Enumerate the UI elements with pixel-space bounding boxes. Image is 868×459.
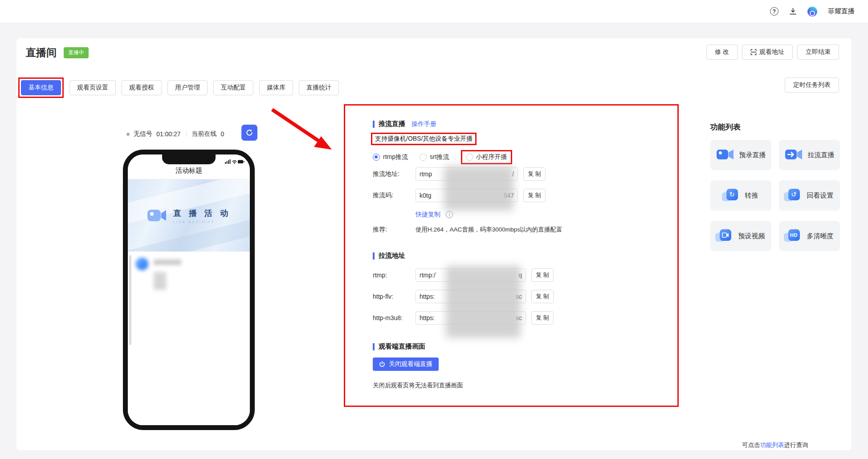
phone-screen: 活动标题 直 播 活 动 LIVE ACTIVITY xyxy=(128,154,250,425)
feature-card-prerecord[interactable]: 预录直播 xyxy=(710,140,771,170)
chat-avatar-blurred xyxy=(136,258,148,270)
tab-watch-page-settings[interactable]: 观看页设置 xyxy=(69,80,116,95)
blurred-secret-region xyxy=(444,166,513,211)
feature-card-multi-quality[interactable]: HD 多清晰度 xyxy=(779,221,840,251)
recommend-row: 推荐: 使用H.264，AAC音频，码率3000mbps以内的直播配置 xyxy=(373,226,562,234)
scheduled-tasks-label: 定时任务列表 xyxy=(793,81,831,89)
scheduled-tasks-button[interactable]: 定时任务列表 xyxy=(785,77,839,93)
pull-rtmp-label: rtmp: xyxy=(373,272,416,279)
tab-basic-info[interactable]: 基本信息 xyxy=(21,80,61,95)
online-label: 当前在线 xyxy=(192,130,217,138)
push-code-label: 推流码: xyxy=(373,191,416,199)
preset-video-icon xyxy=(717,229,734,243)
copy-push-code-button[interactable]: 复 制 xyxy=(523,189,546,202)
close-viewer-row: 关闭观看端直播 xyxy=(373,357,439,371)
forward-sync-icon: ↻ xyxy=(724,189,741,202)
tab-interaction-config[interactable]: 互动配置 xyxy=(213,80,253,95)
end-now-button[interactable]: 立即结束 xyxy=(797,45,839,60)
replay-icon: ↺ xyxy=(786,189,803,202)
chat-scrollbar[interactable] xyxy=(129,255,131,345)
copy-pull-flv-button[interactable]: 复 制 xyxy=(531,290,554,303)
refresh-icon xyxy=(245,129,253,137)
tab-live-statistics[interactable]: 直播统计 xyxy=(299,80,339,95)
tab-bar: 基本信息 观看页设置 观看授权 用户管理 互动配置 媒体库 直播统计 xyxy=(18,77,339,98)
push-url-prefix: rtmp xyxy=(420,171,432,178)
hd-icon: HD xyxy=(786,229,803,243)
blurred-secret-region xyxy=(446,266,521,338)
radio-srt-label: srt推流 xyxy=(430,153,449,161)
radio-rtmp-push[interactable]: rtmp推流 xyxy=(373,153,408,161)
radio-unselected-icon xyxy=(466,154,473,161)
help-icon[interactable]: ? xyxy=(770,7,778,16)
page-title: 直播间 xyxy=(26,46,57,60)
feature-label: 回看设置 xyxy=(807,191,834,200)
phone-preview: 活动标题 直 播 活 动 LIVE ACTIVITY xyxy=(123,150,255,430)
radio-srt-push[interactable]: srt推流 xyxy=(420,153,449,161)
feature-card-pull-live[interactable]: 拉流直播 xyxy=(779,140,840,170)
pull-m3u8-prefix: https: xyxy=(420,314,435,321)
section-bar xyxy=(373,343,375,350)
live-status-badge: 直播中 xyxy=(64,47,89,58)
pull-section-title: 拉流地址 xyxy=(379,252,405,260)
stream-status-line: 无信号 01:00:27 当前在线 0 xyxy=(126,130,224,138)
close-viewer-note: 关闭后观看页将无法看到直播画面 xyxy=(373,382,463,390)
end-now-label: 立即结束 xyxy=(806,48,831,56)
viewer-section-header: 观看端直播画面 xyxy=(373,342,425,351)
feature-card-replay[interactable]: ↺ 回看设置 xyxy=(779,180,840,211)
radio-miniprogram[interactable]: 小程序开播 xyxy=(466,153,507,161)
watch-url-label: 观看地址 xyxy=(759,48,784,56)
phone-notch xyxy=(162,154,216,164)
top-header: ? 菲耀直播 xyxy=(0,0,868,23)
close-viewer-label: 关闭观看端直播 xyxy=(389,360,432,368)
features-footer: 可点击功能列表进行查询 xyxy=(710,441,840,449)
live-room-page: ? 菲耀直播 直播间 直播中 修 改 观看地址 xyxy=(0,0,868,459)
brand-name: 菲耀直播 xyxy=(828,7,855,16)
support-note-row: 支持摄像机/OBS/其他设备专业开播 xyxy=(371,133,477,145)
push-code-prefix: k0tg xyxy=(420,192,431,199)
pull-camera-icon xyxy=(785,148,803,162)
features-footer-link[interactable]: 功能列表 xyxy=(760,442,784,448)
push-section-title: 推流直播 xyxy=(379,120,405,128)
record-camera-icon xyxy=(716,148,735,162)
copy-pull-m3u8-button[interactable]: 复 制 xyxy=(531,311,554,325)
feature-card-preset-video[interactable]: 预设视频 xyxy=(710,221,771,251)
online-count: 0 xyxy=(221,130,224,138)
signal-status-dot xyxy=(126,133,130,136)
feature-label: 拉流直播 xyxy=(808,151,835,159)
radio-selected-icon xyxy=(373,154,380,161)
tab-user-management[interactable]: 用户管理 xyxy=(167,80,208,95)
recommend-text: 使用H.264，AAC音频，码率3000mbps以内的直播配置 xyxy=(416,226,562,234)
download-icon[interactable] xyxy=(789,8,797,15)
quick-copy-link[interactable]: 快捷复制 xyxy=(416,211,440,219)
radio-unselected-icon xyxy=(420,154,427,161)
stream-duration: 01:00:27 xyxy=(156,130,181,138)
refresh-button[interactable] xyxy=(241,125,257,141)
banner-subtitle: LIVE ACTIVITY xyxy=(173,220,231,223)
close-viewer-button[interactable]: 关闭观看端直播 xyxy=(373,357,439,371)
info-icon[interactable]: i xyxy=(446,211,453,218)
pull-flv-prefix: https: xyxy=(420,293,435,300)
feature-card-forward[interactable]: ↻ 转推 xyxy=(710,180,771,211)
feature-label: 预设视频 xyxy=(738,232,765,240)
copy-push-url-button[interactable]: 复 制 xyxy=(523,167,546,181)
page-actions: 修 改 观看地址 立即结束 xyxy=(706,45,839,60)
tab-media-library[interactable]: 媒体库 xyxy=(259,80,293,95)
push-url-label: 推流地址: xyxy=(373,170,416,178)
watch-url-button[interactable]: 观看地址 xyxy=(742,45,793,60)
edit-button-label: 修 改 xyxy=(715,48,729,56)
banner-camera-icon xyxy=(147,208,167,223)
section-bar xyxy=(373,252,375,260)
brand-logo-icon xyxy=(807,7,817,16)
feature-label: 预录直播 xyxy=(739,151,766,159)
manual-link[interactable]: 操作手册 xyxy=(412,120,436,128)
pull-m3u8-label: http-m3u8: xyxy=(373,314,416,321)
tab-watch-authorization[interactable]: 观看授权 xyxy=(122,80,162,95)
feature-label: 转推 xyxy=(745,191,758,200)
edit-button[interactable]: 修 改 xyxy=(706,45,738,60)
divider xyxy=(186,131,187,137)
features-grid: 预录直播 拉流直播 ↻ 转推 ↺ xyxy=(710,140,840,251)
recommend-label: 推荐: xyxy=(373,226,416,234)
pull-flv-label: http-flv: xyxy=(373,293,416,300)
pull-rtmp-prefix: rtmp:/ xyxy=(420,272,436,279)
copy-pull-rtmp-button[interactable]: 复 制 xyxy=(531,268,554,282)
